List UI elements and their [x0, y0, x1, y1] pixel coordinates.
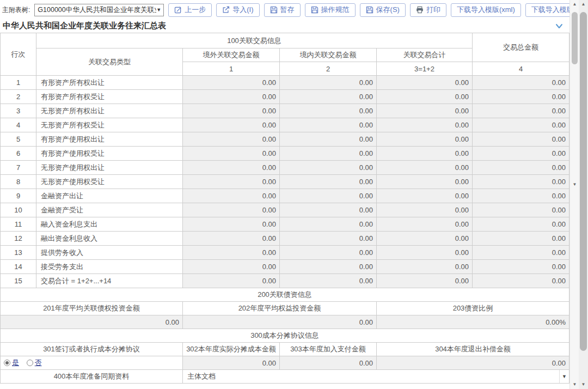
amount-cell[interactable]: 0.00 [473, 246, 569, 260]
toolbar-buttons: 上一步导入(I)暂存操作规范保存(S)打印下载导入模版(xml)下载导入模版(e… [168, 3, 588, 17]
amount-cell[interactable]: 0.00 [183, 246, 280, 260]
amount-cell[interactable]: 0.00 [280, 118, 377, 132]
amount-cell[interactable]: 0.00 [280, 161, 377, 175]
amount-cell[interactable]: 0.00 [280, 232, 377, 246]
amount-cell[interactable]: 0.00 [473, 175, 569, 189]
scroll-down-icon[interactable]: ▼ [570, 380, 579, 388]
cost-sharing-agreement-cell: 是 否 [1, 356, 183, 370]
header-col-2: 2 [280, 62, 377, 76]
scroll-down-icon[interactable]: ▼ [570, 180, 579, 189]
amount-cell[interactable]: 0.00 [473, 76, 569, 90]
value-302[interactable]: 0.00 [183, 356, 280, 370]
amount-cell[interactable]: 0.00 [183, 90, 280, 104]
radio-yes-circle[interactable] [4, 360, 10, 366]
amount-cell[interactable]: 0.00 [377, 246, 473, 260]
amount-cell[interactable]: 0.00 [473, 104, 569, 118]
amount-cell[interactable]: 0.00 [183, 217, 280, 232]
amount-cell[interactable]: 0.00 [377, 161, 473, 175]
table-scrollbar[interactable]: ▲ ▼ ▼ [569, 0, 579, 389]
amount-cell[interactable]: 0.00 [377, 189, 473, 203]
amount-cell[interactable]: 0.00 [280, 260, 377, 274]
amount-cell[interactable]: 0.00 [280, 217, 377, 232]
amount-cell[interactable]: 0.00 [280, 76, 377, 90]
amount-cell[interactable]: 0.00 [377, 203, 473, 217]
row-number: 6 [1, 147, 36, 161]
amount-cell[interactable]: 0.00 [473, 132, 569, 147]
import-icon [222, 6, 230, 14]
amount-cell[interactable]: 0.00 [280, 274, 377, 288]
amount-cell[interactable]: 0.00 [473, 161, 569, 175]
documentation-type-select[interactable]: 主体文档 ▼ [183, 370, 569, 384]
dropdown-arrow-icon[interactable]: ▼ [559, 370, 569, 383]
amount-cell[interactable]: 0.00 [377, 76, 473, 90]
radio-yes[interactable]: 是 [4, 358, 19, 368]
amount-cell[interactable]: 0.00 [183, 189, 280, 203]
value-202[interactable]: 0.00 [183, 315, 377, 329]
save-button[interactable]: 保存(S) [360, 3, 406, 17]
amount-cell[interactable]: 0.00 [280, 147, 377, 161]
table-scrollbar-thumb[interactable] [572, 12, 578, 64]
value-303[interactable]: 0.00 [280, 356, 377, 370]
toolbar-button-label: 打印 [426, 5, 440, 15]
amount-cell[interactable]: 0.00 [377, 274, 473, 288]
radio-no[interactable]: 否 [27, 358, 42, 368]
amount-cell[interactable]: 0.00 [280, 175, 377, 189]
amount-cell[interactable]: 0.00 [473, 232, 569, 246]
amount-cell[interactable]: 0.00 [183, 175, 280, 189]
amount-cell[interactable]: 0.00 [473, 90, 569, 104]
prev-step-button[interactable]: 上一步 [168, 3, 212, 17]
amount-cell[interactable]: 0.00 [377, 147, 473, 161]
value-304[interactable]: 0.00 [377, 356, 569, 370]
amount-cell[interactable]: 0.00 [377, 132, 473, 147]
page-scrollbar-thumb[interactable] [580, 12, 587, 351]
amount-cell[interactable]: 0.00 [280, 104, 377, 118]
amount-cell[interactable]: 0.00 [473, 147, 569, 161]
amount-cell[interactable]: 0.00 [473, 189, 569, 203]
amount-cell[interactable]: 0.00 [377, 118, 473, 132]
amount-cell[interactable]: 0.00 [377, 232, 473, 246]
main-table-select[interactable]: G100000中华人民共和国企业年度关联业务往来 ▼ [34, 4, 164, 16]
amount-cell[interactable]: 0.00 [377, 90, 473, 104]
amount-cell[interactable]: 0.00 [280, 132, 377, 147]
scroll-down-icon[interactable]: ▼ [579, 380, 588, 388]
amount-cell[interactable]: 0.00 [183, 260, 280, 274]
amount-cell[interactable]: 0.00 [183, 232, 280, 246]
amount-cell[interactable]: 0.00 [280, 246, 377, 260]
collapse-chevron-icon[interactable] [555, 22, 563, 32]
import-button[interactable]: 导入(I) [216, 3, 259, 17]
page-scrollbar[interactable]: ▲ ▼ [579, 0, 588, 389]
temp-save-button[interactable]: 暂存 [264, 3, 301, 17]
amount-cell[interactable]: 0.00 [473, 217, 569, 232]
amount-cell[interactable]: 0.00 [280, 189, 377, 203]
amount-cell[interactable]: 0.00 [473, 118, 569, 132]
amount-cell[interactable]: 0.00 [183, 132, 280, 147]
value-201[interactable]: 0.00 [1, 315, 183, 329]
amount-cell[interactable]: 0.00 [377, 175, 473, 189]
scroll-up-icon[interactable]: ▲ [579, 0, 588, 8]
amount-cell[interactable]: 0.00 [183, 118, 280, 132]
value-203[interactable]: 0.00% [377, 315, 569, 329]
scroll-up-icon[interactable]: ▲ [570, 0, 579, 8]
row-number: 11 [1, 217, 36, 232]
amount-cell[interactable]: 0.00 [280, 90, 377, 104]
amount-cell[interactable]: 0.00 [280, 203, 377, 217]
main-table-select-value: G100000中华人民共和国企业年度关联业务往来 [38, 5, 156, 15]
amount-cell[interactable]: 0.00 [183, 203, 280, 217]
download-xml-template-button[interactable]: 下载导入模版(xml) [451, 3, 521, 17]
amount-cell[interactable]: 0.00 [183, 76, 280, 90]
amount-cell[interactable]: 0.00 [377, 217, 473, 232]
amount-cell[interactable]: 0.00 [473, 203, 569, 217]
amount-cell[interactable]: 0.00 [377, 260, 473, 274]
amount-cell[interactable]: 0.00 [183, 147, 280, 161]
amount-cell[interactable]: 0.00 [183, 104, 280, 118]
toolbar-button-label: 上一步 [185, 5, 206, 15]
amount-cell[interactable]: 0.00 [377, 104, 473, 118]
print-button[interactable]: 打印 [410, 3, 446, 17]
amount-cell[interactable]: 0.00 [183, 274, 280, 288]
operation-spec-button[interactable]: 操作规范 [305, 3, 356, 17]
amount-cell[interactable]: 0.00 [473, 274, 569, 288]
radio-no-circle[interactable] [27, 360, 33, 366]
transaction-type-label: 融入资金利息支出 [36, 217, 183, 232]
amount-cell[interactable]: 0.00 [473, 260, 569, 274]
amount-cell[interactable]: 0.00 [183, 161, 280, 175]
